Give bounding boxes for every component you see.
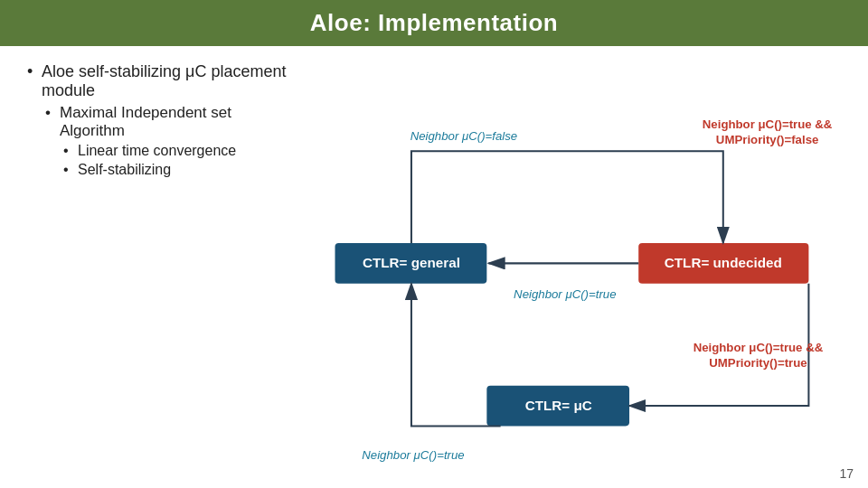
- label-true-and-high-line1: Neighbor μC()=true &&: [693, 341, 824, 354]
- bullet-sub2-2: Self-stabilizing: [63, 162, 298, 178]
- node-muc-label: CTLR= μC: [525, 398, 592, 413]
- bullet-main: Aloe self-stabilizing μC placement modul…: [27, 62, 298, 100]
- label-true-and-high-line2: UMPriority()=true: [709, 356, 807, 370]
- label-neighbor-true-mid: Neighbor μC()=true: [514, 287, 616, 301]
- bullet-sub1: Maximal Independent set Algorithm: [45, 104, 298, 140]
- header-title: Aloe: Implementation: [310, 9, 558, 36]
- arrow-general-to-undecided-top: [411, 151, 723, 243]
- slide-number: 17: [839, 466, 854, 481]
- node-undecided-label: CTLR= undecided: [665, 255, 782, 270]
- node-general-label: CTLR= general: [363, 255, 460, 270]
- slide-header: Aloe: Implementation: [0, 0, 868, 46]
- diagram-svg: CTLR= general CTLR= undecided CTLR= μC: [307, 62, 841, 479]
- label-neighbor-true-bottom: Neighbor μC()=true: [362, 448, 464, 462]
- label-neighbor-false: Neighbor μC()=false: [410, 129, 518, 143]
- left-panel: Aloe self-stabilizing μC placement modul…: [27, 62, 298, 479]
- bullet-sub2-1: Linear time convergence: [63, 143, 298, 159]
- slide-content: Aloe self-stabilizing μC placement modul…: [0, 46, 868, 488]
- diagram-panel: CTLR= general CTLR= undecided CTLR= μC: [307, 62, 841, 479]
- slide: Aloe: Implementation Aloe self-stabilizi…: [0, 0, 868, 488]
- label-true-and-low-line2: UMPriority()=false: [716, 133, 819, 146]
- label-true-and-low-line1: Neighbor μC()=true &&: [703, 117, 833, 131]
